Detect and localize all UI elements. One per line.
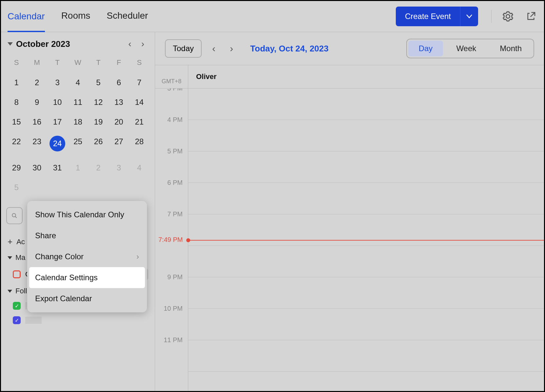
day-cell[interactable]: 19 [88,112,109,132]
search-icon [11,212,17,220]
tab-scheduler[interactable]: Scheduler [107,10,148,22]
day-cell[interactable]: 12 [88,92,109,112]
calendar-checkbox[interactable] [13,270,21,278]
day-cell[interactable]: 21 [129,112,150,132]
view-week[interactable]: Week [444,39,488,58]
day-cell[interactable]: 9 [27,92,47,112]
day-cell[interactable]: 17 [47,112,68,132]
today-button[interactable]: Today [165,39,202,58]
day-cell[interactable]: 23 [27,132,47,158]
day-cell[interactable]: 22 [6,132,27,158]
search-input[interactable] [6,207,23,224]
day-cell[interactable]: 18 [68,112,88,132]
current-date-label: Today, Oct 24, 2023 [250,44,329,54]
prev-month-button[interactable]: ‹ [128,39,131,49]
triangle-down-icon [8,42,13,46]
triangle-down-icon [8,256,12,259]
calendar-checkbox[interactable]: ✓ [13,302,21,310]
prev-day-button[interactable]: ‹ [208,43,219,54]
topbar: Calendar Rooms Scheduler Create Event [1,1,544,32]
day-cell[interactable]: 25 [68,132,88,158]
calendar-item[interactable]: ✓ [6,313,150,327]
next-day-button[interactable]: › [226,43,237,54]
main-tabs: Calendar Rooms Scheduler [8,0,148,32]
day-cell[interactable]: 27 [109,132,129,158]
day-cell-today[interactable]: 24 [47,132,68,158]
calendar-context-menu: Show This Calendar Only Share Change Col… [27,201,147,312]
day-cell[interactable]: 5 [6,178,27,197]
day-cell[interactable]: 20 [109,112,129,132]
day-cell[interactable]: 15 [6,112,27,132]
day-cell[interactable]: 3 [109,158,129,178]
day-cell[interactable]: 14 [129,92,150,112]
popout-button[interactable] [524,10,537,23]
day-cell[interactable]: 28 [129,132,150,158]
day-cell[interactable]: 29 [6,158,27,178]
day-cell[interactable]: 16 [27,112,47,132]
settings-button[interactable] [501,10,515,23]
menu-change-color[interactable]: Change Color › [27,246,147,267]
month-title: October 2023 [16,39,70,49]
view-month[interactable]: Month [488,39,534,58]
now-time-label: 7:49 PM [158,236,183,244]
svg-line-1 [15,216,17,218]
day-panel: Today ‹ › Today, Oct 24, 2023 Day Week M… [155,32,544,391]
calendar-checkbox[interactable]: ✓ [13,316,21,324]
day-cell[interactable]: 13 [109,92,129,112]
mini-calendar: S M T W T F S 1 2 3 4 5 6 7 8 9 10 1 [6,55,150,197]
chevron-down-icon [466,14,472,18]
day-cell[interactable]: 30 [27,158,47,178]
menu-calendar-settings[interactable]: Calendar Settings [29,267,145,288]
day-cell[interactable]: 1 [68,158,88,178]
day-cell[interactable]: 11 [68,92,88,112]
view-day[interactable]: Day [408,41,443,56]
day-column-header: Oliver [188,65,544,88]
tab-calendar[interactable]: Calendar [8,11,45,32]
month-picker-header[interactable]: October 2023 ‹ › [6,39,150,49]
day-cell[interactable]: 2 [88,158,109,178]
menu-show-only[interactable]: Show This Calendar Only [27,204,147,225]
day-cell[interactable]: 1 [6,73,27,92]
create-event-button[interactable]: Create Event [396,7,478,26]
chevron-right-icon: › [136,252,139,261]
day-cell[interactable]: 4 [129,158,150,178]
day-cell[interactable]: 10 [47,92,68,112]
now-indicator [188,240,544,241]
timezone-label: GMT+8 [155,65,188,88]
day-cell[interactable]: 6 [109,73,129,92]
day-cell[interactable]: 26 [88,132,109,158]
next-month-button[interactable]: › [141,39,144,49]
menu-share[interactable]: Share [27,225,147,246]
triangle-down-icon [8,290,12,293]
svg-point-0 [12,213,16,217]
create-event-dropdown[interactable] [460,14,478,18]
weekday-row: S M T W T F S [6,55,150,73]
calendar-label [25,317,42,324]
day-cell[interactable]: 4 [68,73,88,92]
day-cell[interactable]: 31 [47,158,68,178]
popout-icon [526,11,536,22]
now-dot-icon [186,238,190,242]
gear-icon [502,11,514,22]
create-event-label: Create Event [396,12,460,21]
time-grid[interactable]: 3 PM 4 PM 5 PM 6 PM 7 PM 9 PM 10 PM 11 P… [155,88,544,391]
day-cell[interactable]: 5 [88,73,109,92]
day-header: GMT+8 Oliver [155,65,544,88]
view-toggle: Day Week Month [406,39,534,58]
day-cell[interactable]: 3 [47,73,68,92]
day-cell[interactable]: 7 [129,73,150,92]
time-slots[interactable] [188,88,544,391]
day-cell[interactable]: 8 [6,92,27,112]
menu-export-calendar[interactable]: Export Calendar [27,288,147,309]
panel-toolbar: Today ‹ › Today, Oct 24, 2023 Day Week M… [155,32,544,65]
tab-rooms[interactable]: Rooms [61,10,91,22]
day-cell[interactable]: 2 [27,73,47,92]
